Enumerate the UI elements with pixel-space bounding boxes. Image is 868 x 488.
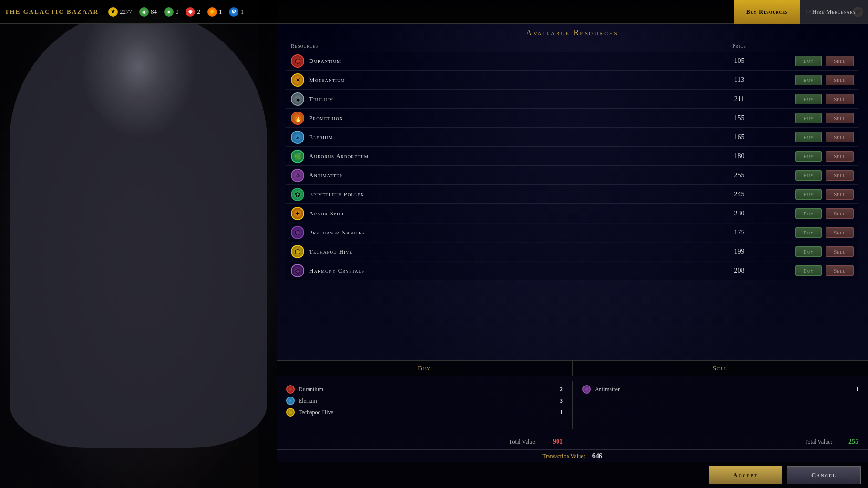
buy-item-icon <box>286 408 295 417</box>
resource-row: 🌿 Aurorus Arboretum 180 Buy Sell <box>286 147 858 166</box>
col-header-resources: Resources <box>291 43 711 49</box>
buy-button-promethion[interactable]: Buy <box>795 113 822 123</box>
resource-name-cell: ⬡ Precursor Nanites <box>291 226 711 239</box>
sell-button-aurorus-arboretum[interactable]: Sell <box>826 151 854 162</box>
sell-button-thulium[interactable]: Sell <box>826 94 854 104</box>
buy-item-qty: 2 <box>553 386 563 393</box>
buy-total-row: Total Value: 901 <box>277 437 572 447</box>
resource-name: Antimatter <box>309 172 342 179</box>
resource-actions: Buy Sell <box>768 170 854 181</box>
resource-row: ✦ Arnor Spice 230 Buy Sell <box>286 204 858 223</box>
transaction-body: Durantium 2 Elerium 3 Techapod Hive 1 An… <box>277 376 868 434</box>
tab-buy-resources[interactable]: Buy Resources <box>734 0 800 24</box>
resource-actions: Buy Sell <box>768 151 854 162</box>
buy-button-monsantium[interactable]: Buy <box>795 75 822 85</box>
transaction-header: Buy Sell <box>277 361 868 376</box>
minerals-value: 2 <box>197 8 200 16</box>
resource-price: 165 <box>711 133 768 141</box>
cancel-button[interactable]: Cancel <box>787 466 861 484</box>
resource-name-cell: ⟁ Elerium <box>291 131 711 144</box>
buy-transaction-item: Durantium 2 <box>286 384 563 395</box>
buy-button-techapod-hive[interactable]: Buy <box>795 246 822 257</box>
resource-actions: Buy Sell <box>768 132 854 142</box>
sell-items-column: Antimatter 1 <box>572 381 868 429</box>
resource-name: Harmony Crystals <box>309 267 364 274</box>
resource-row: ⬡ Techapod Hive 199 Buy Sell <box>286 243 858 261</box>
resource-icon-aurorus-arboretum: 🌿 <box>291 150 304 163</box>
table-header: Resources Price <box>286 41 858 51</box>
sell-button-harmony-crystals[interactable]: Sell <box>826 265 854 276</box>
resource-row: ⬡ Durantium 105 Buy Sell <box>286 52 858 71</box>
resource-price: 105 <box>711 57 768 65</box>
minerals-icon: ◆ <box>186 7 195 17</box>
resource-icon-promethion: 🔥 <box>291 112 304 125</box>
resource-row: 🔥 Promethion 155 Buy Sell <box>286 109 858 128</box>
resource-name-cell: ⬡ Techapod Hive <box>291 245 711 258</box>
transaction-footer: Total Value: 901 Total Value: 255 <box>277 434 868 449</box>
resource-name-cell: ✦ Arnor Spice <box>291 207 711 220</box>
buy-item-qty: 1 <box>553 409 563 416</box>
resource-actions: Buy Sell <box>768 208 854 219</box>
sell-button-monsantium[interactable]: Sell <box>826 75 854 85</box>
resource-name: Arnor Spice <box>309 210 345 217</box>
resource-icon-thulium: ◈ <box>291 92 304 106</box>
resource-row: ⬡ Precursor Nanites 175 Buy Sell <box>286 224 858 242</box>
transaction-buy-header: Buy <box>277 361 572 376</box>
sell-item-name: Antimatter <box>595 386 845 393</box>
resource-price: 175 <box>711 229 768 236</box>
resource-name: Thulium <box>309 95 333 103</box>
sell-button-precursor-nanites[interactable]: Sell <box>826 227 854 238</box>
buy-button-thulium[interactable]: Buy <box>795 94 822 104</box>
sell-button-arnor-spice[interactable]: Sell <box>826 208 854 219</box>
sell-button-elerium[interactable]: Sell <box>826 132 854 142</box>
buy-button-harmony-crystals[interactable]: Buy <box>795 265 822 276</box>
buy-button-durantium[interactable]: Buy <box>795 56 822 66</box>
sell-button-epimetheus-pollen[interactable]: Sell <box>826 189 854 200</box>
buy-item-qty: 3 <box>553 397 563 405</box>
buy-button-precursor-nanites[interactable]: Buy <box>795 227 822 238</box>
sell-button-promethion[interactable]: Sell <box>826 113 854 123</box>
tab-hire-mercenary[interactable]: Hire Mercenary <box>800 0 868 24</box>
sell-transaction-item: Antimatter 1 <box>582 384 858 395</box>
resource-actions: Buy Sell <box>768 56 854 66</box>
hud-resource-research: ⚙ 1 <box>229 7 244 17</box>
col-header-price: Price <box>711 43 768 49</box>
transaction-value: 646 <box>592 452 602 460</box>
resource-name: Elerium <box>309 133 332 141</box>
resource-actions: Buy Sell <box>768 75 854 85</box>
resource-actions: Buy Sell <box>768 227 854 238</box>
resource-name: Epimetheus Pollen <box>309 191 364 198</box>
sell-button-durantium[interactable]: Sell <box>826 56 854 66</box>
sell-button-antimatter[interactable]: Sell <box>826 170 854 181</box>
credits-icon: ★ <box>108 7 118 17</box>
alien-character-area <box>0 0 277 488</box>
buy-transaction-item: Techapod Hive 1 <box>286 407 563 418</box>
resource-name-cell: ✿ Epimetheus Pollen <box>291 188 711 201</box>
buy-item-name: Techapod Hive <box>299 409 549 416</box>
buy-button-aurorus-arboretum[interactable]: Buy <box>795 151 822 162</box>
food-icon: ♣ <box>139 7 149 17</box>
buy-item-name: Elerium <box>299 397 549 405</box>
sell-button-techapod-hive[interactable]: Sell <box>826 246 854 257</box>
resource-actions: Buy Sell <box>768 113 854 123</box>
resource-name-cell: ⚛ Antimatter <box>291 169 711 182</box>
energy-value: 1 <box>219 8 222 16</box>
resource-icon-durantium: ⬡ <box>291 54 304 68</box>
resource-name: Durantium <box>309 57 341 65</box>
buy-button-elerium[interactable]: Buy <box>795 132 822 142</box>
transaction-value-label: Transaction Value: <box>542 453 585 460</box>
buy-button-arnor-spice[interactable]: Buy <box>795 208 822 219</box>
sell-total-value: 255 <box>839 438 858 446</box>
accept-button[interactable]: Accept <box>709 466 782 484</box>
hud-resource-food: ♣ 84 <box>139 7 157 17</box>
resource-name: Monsantium <box>309 76 345 84</box>
resource-price: 211 <box>711 95 768 103</box>
resource-icon-arnor-spice: ✦ <box>291 207 304 220</box>
buy-button-antimatter[interactable]: Buy <box>795 170 822 181</box>
buy-button-epimetheus-pollen[interactable]: Buy <box>795 189 822 200</box>
transaction-sell-header: Sell <box>572 361 868 376</box>
resource-price: 255 <box>711 172 768 179</box>
resources-list: ⬡ Durantium 105 Buy Sell ☀ Monsantium 11… <box>286 52 858 280</box>
resource-name-cell: 🌿 Aurorus Arboretum <box>291 150 711 163</box>
buy-total-label: Total Value: <box>509 438 537 446</box>
